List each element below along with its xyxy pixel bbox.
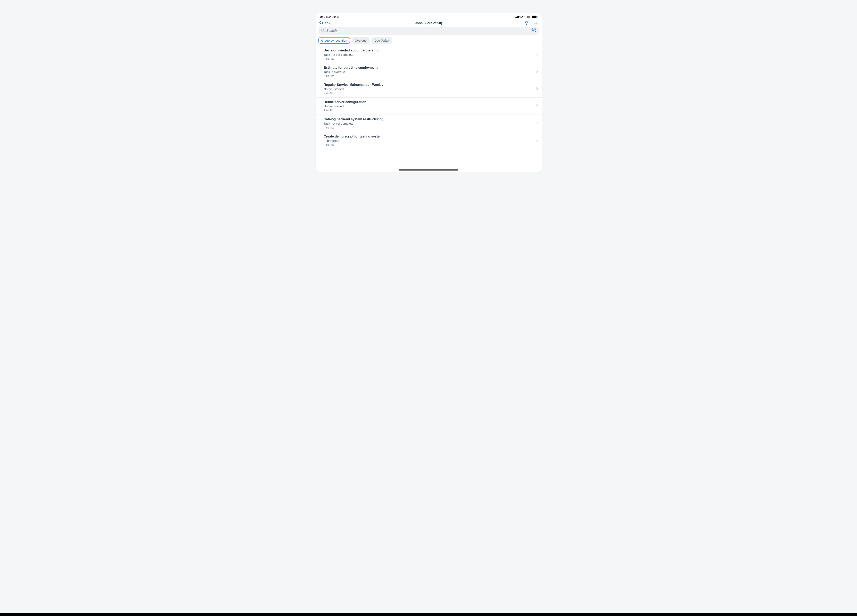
list-item-content: Create demo script for testing system In…: [324, 135, 383, 146]
job-location: Palo Alto: [324, 74, 378, 77]
add-button[interactable]: [534, 21, 538, 25]
list-item[interactable]: Create demo script for testing system In…: [316, 132, 541, 149]
svg-rect-0: [515, 17, 515, 18]
plus-icon: [534, 21, 538, 25]
home-indicator[interactable]: [399, 169, 458, 170]
job-title: Create demo script for testing system: [324, 135, 383, 138]
status-bar: 9:41 Mon Jun 3 100%: [316, 13, 541, 20]
cellular-signal-icon: [515, 16, 519, 18]
search-wrapper: [316, 27, 541, 35]
nav-bar: Back Jobs (2 out of 50): [316, 20, 541, 27]
page-title: Jobs (2 out of 50): [348, 21, 510, 25]
svg-rect-1: [516, 17, 517, 18]
list-item[interactable]: Catalog backend system restructuring Tas…: [316, 115, 541, 132]
chevron-right-icon: [536, 122, 538, 125]
jobs-list: Decision needed about partnership Task n…: [316, 45, 541, 149]
chip-overdue[interactable]: Overdue: [352, 37, 370, 43]
job-title: Decision needed about partnership: [324, 49, 379, 52]
status-bar-left: 9:41 Mon Jun 3: [320, 15, 339, 19]
svg-rect-5: [532, 16, 537, 18]
back-button[interactable]: Back: [319, 20, 348, 26]
chevron-left-icon: [319, 20, 322, 26]
barcode-icon: [531, 28, 536, 33]
status-bar-right: 100%: [515, 15, 537, 19]
job-status: In progress: [324, 139, 383, 142]
back-label: Back: [322, 21, 331, 25]
job-location: Palo Alto: [324, 91, 384, 95]
chip-due-today[interactable]: Due Today: [371, 37, 392, 43]
svg-rect-3: [518, 16, 519, 18]
job-title: Catalog backend system restructuring: [324, 118, 384, 121]
list-item[interactable]: Decision needed about partnership Task n…: [316, 45, 541, 63]
job-location: Palo Alto: [324, 126, 384, 129]
search-icon: [321, 29, 325, 33]
chip-group-by-location[interactable]: Group by: Location: [319, 37, 350, 43]
chevron-right-icon: [536, 87, 538, 91]
svg-rect-2: [517, 16, 518, 18]
list-item-content: Estimate for part time employment Task i…: [324, 66, 378, 77]
list-item-content: Define server configuration Not yet star…: [324, 100, 367, 112]
job-status: Not yet started: [324, 87, 384, 91]
svg-rect-6: [537, 16, 538, 17]
filter-icon: [524, 21, 529, 25]
battery-percent: 100%: [524, 15, 531, 19]
job-status: Task not yet complete: [324, 122, 384, 125]
search-bar[interactable]: [319, 27, 539, 35]
search-input[interactable]: [326, 29, 530, 33]
list-item[interactable]: Define server configuration Not yet star…: [316, 98, 541, 115]
nav-right-actions: [510, 21, 538, 25]
list-item-content: Regular Service Maintenance - Weekly Not…: [324, 83, 384, 95]
status-time: 9:41: [320, 15, 325, 19]
job-status: Not yet started: [324, 105, 367, 108]
list-item[interactable]: Regular Service Maintenance - Weekly Not…: [316, 80, 541, 98]
filter-button[interactable]: [524, 21, 529, 25]
chevron-right-icon: [536, 70, 538, 74]
job-title: Define server configuration: [324, 100, 367, 104]
wifi-icon: [520, 16, 523, 18]
list-item-content: Catalog backend system restructuring Tas…: [324, 118, 384, 129]
filter-chips-row: Group by: Location Overdue Due Today: [316, 35, 541, 45]
job-status: Task is overdue: [324, 70, 378, 74]
job-location: Palo Alto: [324, 109, 367, 112]
bottom-bar: [0, 613, 857, 616]
status-date: Mon Jun 3: [326, 15, 339, 19]
battery-icon: [532, 15, 538, 18]
job-location: Palo Alto: [324, 143, 383, 146]
barcode-scan-button[interactable]: [531, 28, 536, 33]
chevron-right-icon: [536, 104, 538, 108]
job-title: Estimate for part time employment: [324, 66, 378, 70]
job-title: Regular Service Maintenance - Weekly: [324, 83, 384, 87]
job-status: Task not yet complete: [324, 53, 379, 56]
list-item[interactable]: Estimate for part time employment Task i…: [316, 63, 541, 80]
svg-line-8: [323, 31, 324, 32]
list-item-content: Decision needed about partnership Task n…: [324, 49, 379, 60]
chevron-right-icon: [536, 53, 538, 56]
job-location: Palo Alto: [324, 57, 379, 60]
device-frame: 9:41 Mon Jun 3 100% Back Jobs (2 out of …: [316, 13, 541, 172]
chevron-right-icon: [536, 139, 538, 142]
